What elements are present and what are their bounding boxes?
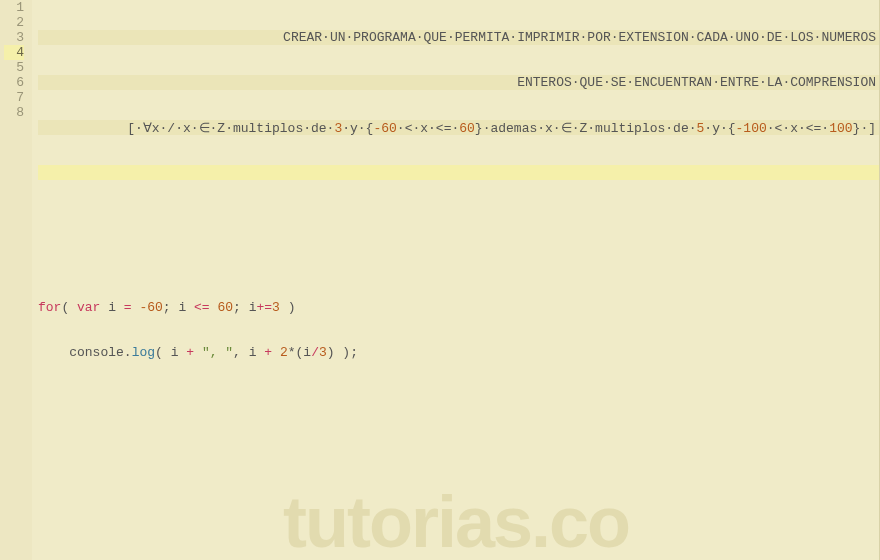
line-number: 6 [4, 75, 24, 90]
code-area[interactable]: CREAR·UN·PROGRAMA·QUE·PERMITA·IMPRIMIR·P… [32, 0, 880, 560]
code-line-active[interactable] [38, 165, 880, 180]
comment-text: ENTEROS·QUE·SE·ENCUENTRAN·ENTRE·LA·COMPR… [517, 75, 876, 90]
line-number-active: 4 [4, 45, 24, 60]
line-number: 3 [4, 30, 24, 45]
code-line[interactable]: console.log( i + ", ", i + 2*(i/3) ); [38, 345, 880, 360]
element-of-symbol: ∈ [199, 120, 210, 135]
string-literal: ", " [202, 345, 233, 360]
line-number: 1 [4, 0, 24, 15]
line-number-gutter: 1 2 3 4 5 6 7 8 [0, 0, 32, 560]
comment-text: CREAR·UN·PROGRAMA·QUE·PERMITA·IMPRIMIR·P… [283, 30, 876, 45]
line-number: 8 [4, 105, 24, 120]
forall-symbol: ∀ [143, 120, 152, 135]
keyword-var: var [77, 300, 100, 315]
identifier-console: console [69, 345, 124, 360]
code-line[interactable] [38, 210, 880, 225]
line-number: 5 [4, 60, 24, 75]
code-line[interactable]: CREAR·UN·PROGRAMA·QUE·PERMITA·IMPRIMIR·P… [38, 30, 880, 45]
code-line[interactable]: ENTEROS·QUE·SE·ENCUENTRAN·ENTRE·LA·COMPR… [38, 75, 880, 90]
method-log: log [132, 345, 155, 360]
watermark-text: tutorias.co [283, 515, 629, 530]
line-number: 7 [4, 90, 24, 105]
bracket: [· [127, 121, 143, 136]
code-line[interactable]: for( var i = -60; i <= 60; i+=3 ) [38, 300, 880, 315]
code-line[interactable] [38, 255, 880, 270]
line-number: 2 [4, 15, 24, 30]
code-editor[interactable]: 1 2 3 4 5 6 7 8 CREAR·UN·PROGRAMA·QUE·PE… [0, 0, 880, 560]
element-of-symbol: ∈ [561, 120, 572, 135]
keyword-for: for [38, 300, 61, 315]
code-line[interactable]: [·∀x·/·x·∈·Z·multiplos·de·3·y·{-60·<·x·<… [38, 120, 880, 135]
